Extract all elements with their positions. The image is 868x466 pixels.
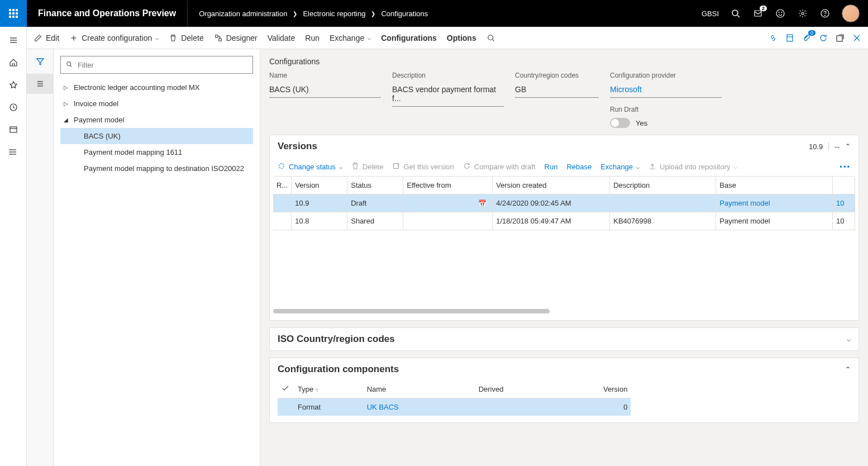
breadcrumb-item[interactable]: Configurations xyxy=(381,9,428,18)
region-field[interactable]: GB xyxy=(515,82,599,98)
search-icon[interactable] xyxy=(730,8,741,19)
help-icon[interactable] xyxy=(819,8,831,19)
breadcrumb: Organization administration ❯ Electronic… xyxy=(188,9,439,18)
app-launcher[interactable] xyxy=(0,0,27,27)
col-header[interactable]: R... xyxy=(273,177,292,194)
designer-button[interactable]: Designer xyxy=(214,34,257,42)
favorites-icon[interactable] xyxy=(8,79,19,91)
tree-item-selected[interactable]: BACS (UK) xyxy=(60,128,253,144)
tree-item[interactable]: Payment model mapping to destination ISO… xyxy=(60,160,253,177)
base-link[interactable]: Payment model xyxy=(716,194,833,212)
search-commands[interactable] xyxy=(487,34,495,42)
svg-point-0 xyxy=(732,10,738,16)
collapse-icon[interactable]: ⌃ xyxy=(845,142,851,150)
col-header[interactable]: Description xyxy=(610,177,716,194)
run-draft-toggle[interactable] xyxy=(610,118,630,128)
col-header[interactable]: Effective from xyxy=(403,177,493,194)
table-row[interactable]: 10.8 Shared 1/18/2018 05:49:47 AM KB4076… xyxy=(273,212,855,230)
collapse-icon[interactable]: ◢ xyxy=(64,117,71,123)
col-header[interactable] xyxy=(833,177,855,194)
svg-rect-13 xyxy=(10,127,17,132)
recent-icon[interactable] xyxy=(8,102,19,113)
col-header[interactable]: Version created xyxy=(493,177,610,194)
refresh-icon[interactable] xyxy=(819,34,828,42)
link-icon[interactable] xyxy=(769,34,778,42)
col-header[interactable]: Version xyxy=(559,381,631,398)
name-field[interactable]: BACS (UK) xyxy=(269,82,381,98)
col-header[interactable]: Type ↑ xyxy=(294,381,364,398)
options-button[interactable]: Options xyxy=(447,34,476,42)
col-header[interactable]: Derived xyxy=(475,381,559,398)
list-view-icon[interactable] xyxy=(27,74,54,94)
rebase-button[interactable]: Rebase xyxy=(566,163,592,171)
company-code[interactable]: GBSI xyxy=(702,9,719,18)
workspace-icon[interactable] xyxy=(8,124,19,135)
edit-button[interactable]: Edit xyxy=(34,34,59,42)
feedback-icon[interactable] xyxy=(775,8,786,19)
run-button[interactable]: Run xyxy=(305,34,319,42)
version-exchange-button[interactable]: Exchange ⌵ xyxy=(600,163,640,171)
attachments-icon[interactable]: 0 xyxy=(802,34,811,42)
calendar-icon[interactable]: 📅 xyxy=(478,199,487,207)
table-row[interactable]: Format UK BACS 0 xyxy=(278,398,631,416)
col-header[interactable]: Name xyxy=(364,381,475,398)
change-status-button[interactable]: Change status ⌵ xyxy=(278,162,342,172)
notification-badge: 2 xyxy=(760,6,767,11)
breadcrumb-item[interactable]: Electronic reporting xyxy=(303,9,365,18)
popout-icon[interactable] xyxy=(836,34,845,42)
filter-input-wrapper xyxy=(60,56,253,74)
svg-point-19 xyxy=(9,152,10,153)
select-all-checkbox[interactable] xyxy=(278,381,294,398)
description-field[interactable]: BACS vendor payment format f... xyxy=(392,82,504,107)
col-header[interactable]: Status xyxy=(347,177,403,194)
gear-icon[interactable] xyxy=(797,8,808,19)
validate-button[interactable]: Validate xyxy=(268,34,295,42)
tree-panel: ▷ Electronic ledger accounting model MX … xyxy=(54,49,260,466)
table-row[interactable]: 10.9 Draft 📅 4/24/2020 09:02:45 AM Payme… xyxy=(273,194,855,212)
more-icon[interactable]: ••• xyxy=(840,163,851,171)
configurations-tab[interactable]: Configurations xyxy=(381,34,437,42)
expand-icon[interactable]: ⌵ xyxy=(847,335,851,343)
expand-icon[interactable]: ▷ xyxy=(64,101,71,107)
svg-point-35 xyxy=(67,61,71,65)
tree-item[interactable]: ▷ Invoice model xyxy=(60,96,253,112)
detail-header: Configurations xyxy=(269,57,859,66)
components-card: Configuration components ⌃ Type ↑ Name xyxy=(269,358,859,423)
modules-icon[interactable] xyxy=(8,146,19,158)
svg-point-18 xyxy=(9,150,10,150)
edit-icon xyxy=(34,34,42,42)
upload-button: Upload into repository ⌵ xyxy=(648,162,737,172)
close-icon[interactable] xyxy=(852,34,861,42)
version-run-button[interactable]: Run xyxy=(545,163,558,171)
tree-item[interactable]: Payment model mapping 1611 xyxy=(60,144,253,160)
menu-toggle-icon[interactable] xyxy=(8,35,19,46)
exchange-button[interactable]: Exchange ⌵ xyxy=(330,34,371,42)
user-avatar[interactable] xyxy=(842,4,860,22)
component-link[interactable]: UK BACS xyxy=(364,398,475,416)
tree-item[interactable]: ◢ Payment model xyxy=(60,112,253,128)
field-label: Run Draft xyxy=(610,106,722,113)
config-tree: ▷ Electronic ledger accounting model MX … xyxy=(60,79,253,177)
collapse-icon[interactable]: ⌃ xyxy=(845,365,851,373)
office-icon[interactable] xyxy=(785,34,794,42)
provider-link[interactable]: Microsoft xyxy=(610,82,722,98)
tree-item[interactable]: ▷ Electronic ledger accounting model MX xyxy=(60,79,253,96)
col-header[interactable]: Version xyxy=(292,177,347,194)
chevron-down-icon: ⌵ xyxy=(368,35,371,41)
expand-icon[interactable]: ▷ xyxy=(64,84,71,91)
filter-input[interactable] xyxy=(78,61,248,69)
header-version: 10.9 xyxy=(809,142,823,151)
col-header[interactable]: Base xyxy=(716,177,833,194)
svg-point-8 xyxy=(825,16,826,16)
svg-line-1 xyxy=(737,15,740,17)
chevron-right-icon: ❯ xyxy=(371,11,375,17)
horizontal-scrollbar[interactable] xyxy=(273,309,550,313)
create-configuration-button[interactable]: Create configuration ⌵ xyxy=(69,34,159,42)
delete-button[interactable]: Delete xyxy=(169,34,203,42)
top-bar-right: GBSI 2 xyxy=(702,4,868,22)
filter-icon[interactable] xyxy=(35,56,46,67)
breadcrumb-item[interactable]: Organization administration xyxy=(199,9,287,18)
home-icon[interactable] xyxy=(8,57,19,68)
svg-line-36 xyxy=(70,65,72,66)
notifications-icon[interactable]: 2 xyxy=(752,8,764,19)
